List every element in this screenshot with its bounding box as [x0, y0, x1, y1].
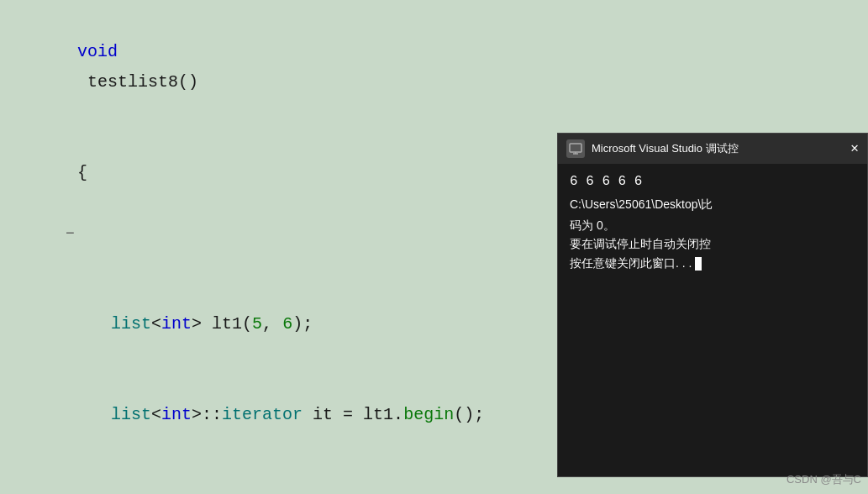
console-path: C:\Users\25061\Desktop\比 — [570, 197, 855, 213]
console-app-icon — [566, 139, 585, 158]
fn-testlist8: testlist8() — [77, 72, 198, 92]
console-msg-1: 码为 0。 — [570, 216, 855, 234]
code-line-1: void testlist8() — [17, 7, 868, 128]
console-window: Microsoft Visual Studio 调试控 ✕ 6 6 6 6 6 … — [557, 133, 868, 477]
console-titlebar: Microsoft Visual Studio 调试控 ✕ — [558, 134, 867, 164]
console-title: Microsoft Visual Studio 调试控 — [592, 141, 739, 156]
console-close-button[interactable]: ✕ — [850, 142, 859, 155]
console-body: 6 6 6 6 6 C:\Users\25061\Desktop\比 码为 0。… — [558, 164, 867, 476]
console-msg-3: 按任意键关闭此窗口. . . — [570, 254, 855, 272]
monitor-icon — [569, 142, 582, 155]
console-output: 6 6 6 6 6 — [570, 174, 855, 189]
console-cursor — [695, 257, 702, 271]
console-titlebar-left: Microsoft Visual Studio 调试控 — [566, 139, 739, 158]
gutter-minus-2: − — [3, 491, 12, 494]
console-msg-2: 要在调试停止时自动关闭控 — [570, 234, 855, 253]
watermark: CSDN @吾与C — [786, 472, 861, 487]
gutter-minus: − — [66, 225, 75, 242]
keyword-void: void — [77, 42, 118, 61]
svg-rect-0 — [570, 144, 581, 152]
